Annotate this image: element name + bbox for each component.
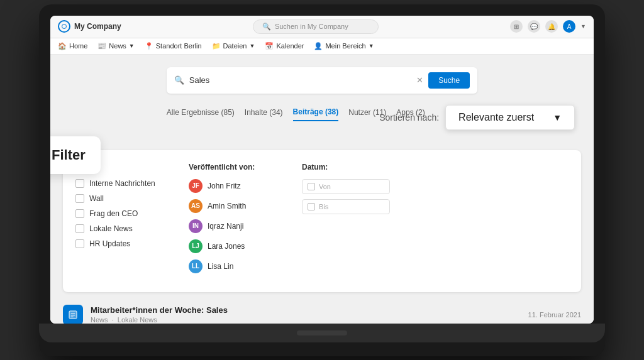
chat-icon[interactable]: 💬 xyxy=(528,20,540,33)
author-lisa-label: Lisa Lin xyxy=(208,262,233,271)
avatar-iqraz: IN xyxy=(189,219,203,233)
nav-dateien-label: Dateien xyxy=(223,42,247,50)
filter-author-lisa[interactable]: LL Lisa Lin xyxy=(189,259,277,273)
calendar-icon: 📅 xyxy=(265,42,274,50)
checkbox-bis[interactable] xyxy=(308,203,315,210)
filter-panel[interactable]: Filter xyxy=(50,136,101,174)
nav-meinbereich[interactable]: 👤 Mein Bereich ▼ xyxy=(314,42,374,50)
news-icon: 📰 xyxy=(97,42,106,50)
nav-standort-label: Standort Berlin xyxy=(156,42,202,50)
search-button[interactable]: Suche xyxy=(428,72,470,89)
company-logo xyxy=(58,20,70,33)
filter-option-wall[interactable]: Wall xyxy=(75,194,164,203)
browser-search-text: Suchen in My Company xyxy=(275,23,348,30)
meinbereich-chevron-icon: ▼ xyxy=(369,43,374,49)
user-icon: 👤 xyxy=(314,42,323,50)
laptop-notch xyxy=(297,330,347,335)
search-input[interactable] xyxy=(189,75,411,85)
filter-author-lara[interactable]: LJ Lara Jones xyxy=(189,239,277,253)
laptop: My Company 🔍 Suchen in My Company ⊞ 💬 🔔 … xyxy=(39,4,605,356)
tab-inhalte-label: Inhalte (34) xyxy=(245,108,283,117)
option-wall-label: Wall xyxy=(89,194,104,203)
browser-icons-group: ⊞ 💬 🔔 A ▼ xyxy=(510,20,586,33)
search-icon: 🔍 xyxy=(174,75,184,85)
date-bis-placeholder: Bis xyxy=(319,203,384,210)
laptop-base xyxy=(39,324,605,342)
nav-kalender[interactable]: 📅 Kalender xyxy=(265,42,304,50)
search-magnifier-icon: 🔍 xyxy=(262,23,271,31)
date-von-placeholder: Von xyxy=(319,183,384,190)
filter-author-amin[interactable]: AS Amin Smith xyxy=(189,199,277,213)
avatar-icon[interactable]: A xyxy=(563,20,575,33)
sort-dropdown[interactable]: Relevante zuerst ▼ xyxy=(445,105,575,130)
tab-alle-label: Alle Ergebnisse (85) xyxy=(167,108,235,117)
author-lara-label: Lara Jones xyxy=(208,242,245,251)
author-amin-label: Amin Smith xyxy=(208,202,246,210)
date-bis-input[interactable]: Bis xyxy=(302,199,390,214)
bell-icon[interactable]: 🔔 xyxy=(545,20,558,33)
result-item-1[interactable]: Mitarbeiter*innen der Woche: Sales News … xyxy=(63,297,581,324)
checkbox-hr[interactable] xyxy=(75,239,84,248)
checkbox-interne[interactable] xyxy=(75,179,84,188)
laptop-screen: My Company 🔍 Suchen in My Company ⊞ 💬 🔔 … xyxy=(50,16,594,324)
browser-search-box[interactable]: 🔍 Suchen in My Company xyxy=(253,19,379,34)
grid-icon[interactable]: ⊞ xyxy=(510,20,523,33)
tab-alle-ergebnisse[interactable]: Alle Ergebnisse (85) xyxy=(167,108,235,121)
page-content: 🔍 ✕ Suche Alle Ergebnisse (85) Inhalte (… xyxy=(50,55,594,324)
filter-datum-title: Datum: xyxy=(302,163,390,172)
filter-kanal-section: Kanal: Interne Nachrichten Wall Frag den… xyxy=(75,163,164,280)
filter-option-interne[interactable]: Interne Nachrichten xyxy=(75,179,164,188)
avatar-lisa: LL xyxy=(189,259,203,273)
nav-home-label: Home xyxy=(69,42,87,50)
avatar-chevron: ▼ xyxy=(580,23,586,30)
checkbox-frag[interactable] xyxy=(75,209,84,218)
browser-chrome: My Company 🔍 Suchen in My Company ⊞ 💬 🔔 … xyxy=(50,16,594,38)
tab-beitraege-label: Beiträge (38) xyxy=(293,107,339,116)
checkbox-lokale[interactable] xyxy=(75,224,84,233)
location-icon: 📍 xyxy=(145,42,153,50)
filter-datum-section: Datum: Von Bis xyxy=(302,163,390,280)
sort-label: Sortieren nach: xyxy=(379,112,439,123)
nav-meinbereich-label: Mein Bereich xyxy=(325,42,365,50)
nav-news-label: News xyxy=(109,42,126,50)
filter-author-john[interactable]: JF John Fritz xyxy=(189,179,277,193)
company-name: My Company xyxy=(74,22,121,31)
dateien-chevron-icon: ▼ xyxy=(249,43,255,49)
filter-box: Kanal: Interne Nachrichten Wall Frag den… xyxy=(63,150,581,292)
result-content-1: Mitarbeiter*innen der Woche: Sales News … xyxy=(91,305,521,324)
avatar-lara: LJ xyxy=(189,239,203,253)
clear-icon[interactable]: ✕ xyxy=(416,75,423,85)
avatar-john: JF xyxy=(189,179,203,193)
nav-dateien[interactable]: 📁 Dateien ▼ xyxy=(212,42,255,50)
author-iqraz-label: Iqraz Nanji xyxy=(208,222,243,231)
browser-search-area: 🔍 Suchen in My Company xyxy=(128,19,504,34)
filter-author-iqraz[interactable]: IN Iqraz Nanji xyxy=(189,219,277,233)
author-john-label: John Fritz xyxy=(208,182,241,190)
filter-option-lokale[interactable]: Lokale News xyxy=(75,224,164,233)
nav-standort[interactable]: 📍 Standort Berlin xyxy=(145,42,202,50)
sort-area: Sortieren nach: Relevante zuerst ▼ xyxy=(379,105,575,130)
filter-option-hr[interactable]: HR Updates xyxy=(75,239,164,248)
nav-bar: 🏠 Home 📰 News ▼ 📍 Standort Berlin 📁 Date… xyxy=(50,38,594,55)
nav-home[interactable]: 🏠 Home xyxy=(58,42,87,50)
date-von-input[interactable]: Von xyxy=(302,179,390,194)
avatar-amin: AS xyxy=(189,199,203,213)
result-title-1: Mitarbeiter*innen der Woche: Sales xyxy=(91,305,521,315)
result-icon-1 xyxy=(63,305,83,324)
nav-news[interactable]: 📰 News ▼ xyxy=(97,42,134,50)
result-meta-1: News · Lokale News xyxy=(91,316,521,324)
filter-option-frag[interactable]: Frag den CEO xyxy=(75,209,164,218)
results-list: Mitarbeiter*innen der Woche: Sales News … xyxy=(63,297,581,324)
sort-chevron-icon: ▼ xyxy=(553,112,562,123)
checkbox-wall[interactable] xyxy=(75,194,84,203)
result-date-1: 11. Februar 2021 xyxy=(528,311,581,319)
files-icon: 📁 xyxy=(212,42,221,50)
home-icon: 🏠 xyxy=(58,42,67,50)
sort-value: Relevante zuerst xyxy=(458,112,534,123)
tab-inhalte[interactable]: Inhalte (34) xyxy=(245,108,283,121)
checkbox-von[interactable] xyxy=(308,183,315,190)
filter-author-section: Veröffentlicht von: JF John Fritz AS Ami… xyxy=(189,163,277,280)
logo-inner xyxy=(62,24,67,29)
option-interne-label: Interne Nachrichten xyxy=(89,179,155,188)
tab-beitraege[interactable]: Beiträge (38) xyxy=(293,107,339,121)
